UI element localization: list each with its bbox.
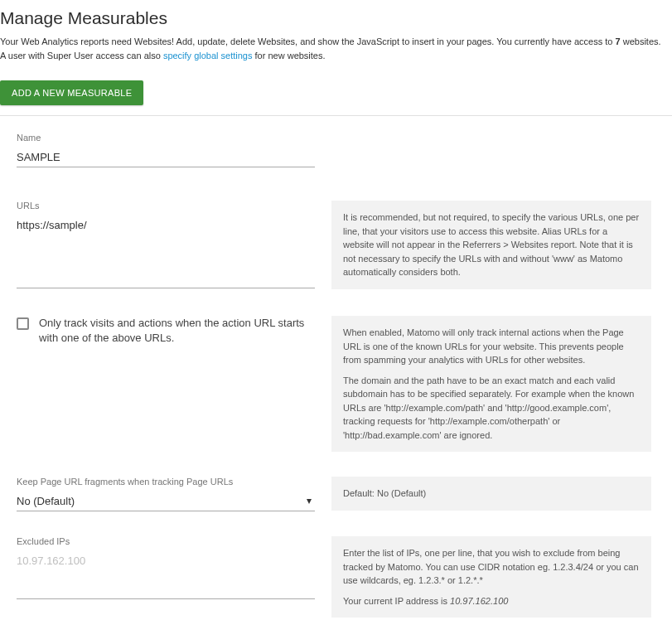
urls-field-wrapper: URLs https://sample/: [17, 201, 331, 291]
page-title: Manage Measurables: [0, 8, 672, 28]
excluded-ips-help-current-ip: 10.97.162.100: [450, 596, 508, 606]
excluded-ips-help-p1: Enter the list of IPs, one per line, tha…: [343, 546, 640, 588]
only-track-field-wrapper: Only track visits and actions when the a…: [17, 316, 331, 346]
desc-line2-a: A user with Super User access can also: [0, 51, 163, 61]
keep-fragments-select[interactable]: No (Default): [17, 490, 315, 511]
urls-row: URLs https://sample/ It is recommended, …: [17, 201, 655, 291]
keep-fragments-field-wrapper: Keep Page URL fragments when tracking Pa…: [17, 477, 331, 511]
only-track-help-wrapper: When enabled, Matomo will only track int…: [331, 316, 651, 452]
excluded-ips-row: Excluded IPs Enter the list of IPs, one …: [17, 536, 655, 618]
only-track-label: Only track visits and actions when the a…: [39, 316, 315, 346]
only-track-checkbox[interactable]: [17, 317, 29, 330]
urls-help-box: It is recommended, but not required, to …: [331, 201, 651, 289]
desc-line2-b: for new websites.: [253, 51, 326, 61]
button-section: ADD A NEW MEASURABLE: [0, 72, 672, 116]
page-description: Your Web Analytics reports need Websites…: [0, 35, 672, 62]
only-track-help-p2: The domain and the path have to be an ex…: [343, 374, 640, 443]
keep-fragments-help-box: Default: No (Default): [331, 477, 651, 511]
excluded-ips-help-wrapper: Enter the list of IPs, one per line, tha…: [331, 536, 651, 618]
global-settings-link[interactable]: specify global settings: [163, 51, 253, 61]
only-track-help-p1: When enabled, Matomo will only track int…: [343, 326, 640, 367]
excluded-ips-label: Excluded IPs: [17, 536, 315, 546]
add-measurable-button[interactable]: ADD A NEW MEASURABLE: [0, 80, 143, 105]
excluded-ips-field-wrapper: Excluded IPs: [17, 536, 331, 602]
only-track-help-box: When enabled, Matomo will only track int…: [331, 316, 651, 452]
excluded-ips-help-p2a: Your current IP address is: [343, 596, 450, 606]
name-input[interactable]: [17, 146, 315, 167]
only-track-row: Only track visits and actions when the a…: [17, 316, 655, 452]
page-container: Manage Measurables Your Web Analytics re…: [0, 0, 672, 620]
excluded-ips-help-box: Enter the list of IPs, one per line, tha…: [331, 536, 651, 618]
keep-fragments-help-wrapper: Default: No (Default): [331, 477, 651, 511]
keep-fragments-select-wrapper: No (Default): [17, 490, 315, 511]
header-section: Manage Measurables Your Web Analytics re…: [0, 0, 672, 72]
name-row: Name: [17, 133, 655, 167]
urls-label: URLs: [17, 201, 315, 211]
form-container: Name URLs https://sample/ It is recommen…: [0, 116, 672, 620]
excluded-ips-textarea[interactable]: [17, 550, 315, 599]
urls-help-wrapper: It is recommended, but not required, to …: [331, 201, 651, 289]
only-track-checkbox-row: Only track visits and actions when the a…: [17, 316, 315, 346]
name-label: Name: [17, 133, 315, 143]
keep-fragments-row: Keep Page URL fragments when tracking Pa…: [17, 477, 655, 511]
name-field-wrapper: Name: [17, 133, 331, 167]
desc-line1-a: Your Web Analytics reports need Websites…: [0, 36, 616, 46]
keep-fragments-label: Keep Page URL fragments when tracking Pa…: [17, 477, 315, 487]
excluded-ips-help-p2: Your current IP address is 10.97.162.100: [343, 594, 640, 608]
urls-textarea[interactable]: https://sample/: [17, 214, 315, 288]
desc-line1-b: websites.: [621, 36, 661, 46]
